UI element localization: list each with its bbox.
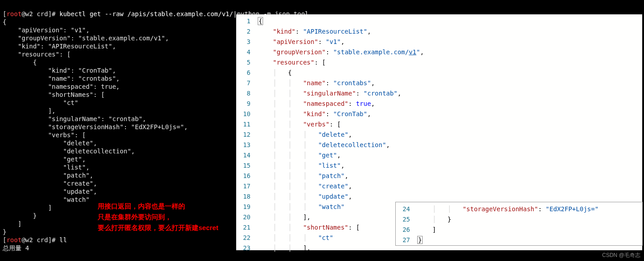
watermark-text: CSDN @毛奇志 <box>602 252 640 259</box>
command-2: ll <box>59 236 67 244</box>
code-editor-inset[interactable]: 24 25 26 27 │ │ "storageVersionHash": "E… <box>395 202 643 246</box>
inset-gutter: 24 25 26 27 <box>396 202 415 245</box>
annotation-text: 用接口返回，内容也是一样的 只是在集群外要访问到， 要么打开匿名权限，要么打开新… <box>98 201 218 233</box>
prompt-line-2: [root@w2 crd]# ll <box>3 236 67 244</box>
output-2: 总用量 4 <box>3 244 29 252</box>
line-number-gutter: 1 2 3 4 5 6 7 8 9 10 11 12 13 14 15 16 1… <box>236 14 256 250</box>
inset-code-area[interactable]: │ │ "storageVersionHash": "EdX2FP+L0js="… <box>415 202 642 245</box>
